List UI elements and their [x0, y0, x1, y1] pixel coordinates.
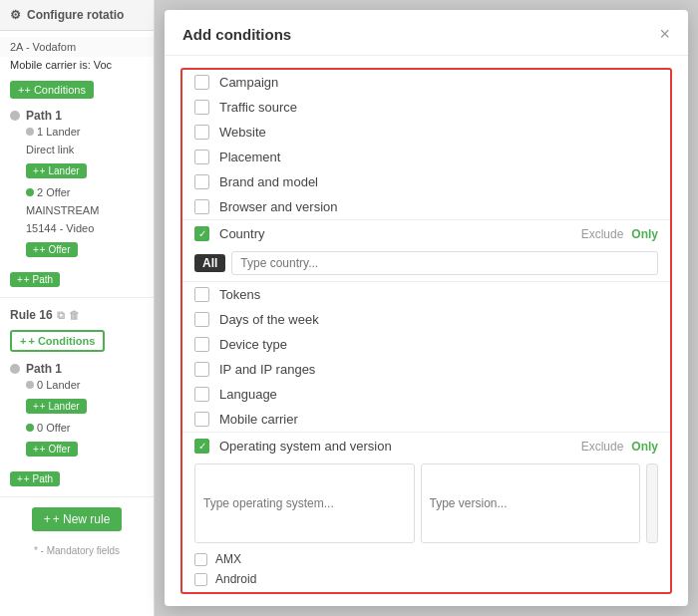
country-section: ✓ Country Exclude Only All — [182, 219, 670, 282]
checkbox-brand_model[interactable] — [194, 174, 209, 189]
lander-count-2: 0 Lander — [10, 376, 144, 394]
plus-icon-8: + — [17, 473, 23, 484]
os-only-button[interactable]: Only — [631, 440, 658, 454]
rule-16-header: Rule 16 ⧉ 🗑 — [0, 304, 154, 326]
delete-icon[interactable]: 🗑 — [69, 309, 80, 321]
modal-body: Campaign Traffic source Website Placemen… — [165, 56, 688, 606]
conditions-list: Campaign Traffic source Website Placemen… — [180, 68, 672, 594]
plus-icon-5: + — [20, 335, 26, 347]
new-rule-button[interactable]: + + New rule — [32, 507, 123, 531]
lander-btn-1[interactable]: + + Lander — [10, 158, 144, 183]
path-add-button-1[interactable]: + + Path — [10, 272, 60, 287]
middle-conditions-group: Tokens Days of the week Device type IP a… — [182, 282, 670, 432]
os-option-label: Android — [215, 572, 256, 586]
all-badge: All — [194, 254, 225, 272]
os-option-asha-platform[interactable]: Asha platform — [194, 589, 658, 594]
condition-label-brand_model: Brand and model — [219, 174, 318, 189]
condition-label-campaign: Campaign — [219, 75, 278, 90]
os-inputs-row — [182, 460, 670, 547]
condition-item-tokens[interactable]: Tokens — [182, 282, 670, 307]
checkbox-traffic_source[interactable] — [194, 100, 209, 115]
os-option-android[interactable]: Android — [194, 569, 658, 589]
offer-add-button[interactable]: + + Offer — [26, 242, 78, 257]
country-label: Country — [219, 226, 581, 241]
country-header: ✓ Country Exclude Only — [182, 220, 670, 247]
plus-icon-7: + — [33, 444, 39, 455]
country-input[interactable] — [231, 251, 658, 275]
direct-link-label: Direct link — [10, 141, 144, 158]
offer-label: MAINSTREAM — [10, 201, 144, 219]
os-checkbox-Asha platform[interactable] — [194, 593, 207, 595]
os-label: Operating system and version — [219, 439, 581, 454]
os-option-amx[interactable]: AMX — [194, 549, 658, 569]
carrier-label: Mobile carrier is: Voc — [0, 57, 154, 77]
plus-icon-2: + — [33, 165, 39, 176]
offer-add-button-2[interactable]: + + Offer — [26, 442, 78, 457]
condition-item-brand_model[interactable]: Brand and model — [182, 169, 670, 194]
checkbox-ip_ranges[interactable] — [194, 362, 209, 377]
modal-overlay: Add conditions × Campaign Traffic source… — [155, 0, 698, 616]
condition-label-device_type: Device type — [219, 337, 287, 352]
os-option-label: AMX — [215, 552, 241, 566]
lander-count: 1 Lander — [10, 123, 144, 141]
exclude-label: Exclude — [581, 227, 624, 241]
modal-close-button[interactable]: × — [659, 24, 670, 45]
offer-count: 2 Offer — [10, 183, 144, 201]
condition-label-language: Language — [219, 387, 277, 402]
offer-sub: 15144 - Video — [10, 219, 144, 237]
checkbox-website[interactable] — [194, 125, 209, 140]
condition-item-ip_ranges[interactable]: IP and IP ranges — [182, 357, 670, 382]
condition-item-mobile_carrier[interactable]: Mobile carrier — [182, 407, 670, 432]
condition-label-tokens: Tokens — [219, 287, 260, 302]
add-conditions-modal: Add conditions × Campaign Traffic source… — [165, 10, 688, 606]
condition-item-campaign[interactable]: Campaign — [182, 70, 670, 95]
sidebar-header: ⚙ Configure rotatio — [0, 0, 154, 31]
lander-add-button-2[interactable]: + + Lander — [26, 399, 87, 414]
offer-dot — [26, 188, 34, 196]
top-conditions-group: Campaign Traffic source Website Placemen… — [182, 70, 670, 219]
condition-item-language[interactable]: Language — [182, 382, 670, 407]
condition-item-days_week[interactable]: Days of the week — [182, 307, 670, 332]
only-button[interactable]: Only — [631, 227, 658, 241]
condition-item-browser_version[interactable]: Browser and version — [182, 194, 670, 219]
offer-btn-1[interactable]: + + Offer — [10, 237, 144, 262]
path-dot — [10, 111, 20, 121]
offer-count-2: 0 Offer — [10, 419, 144, 437]
os-checkbox-AMX[interactable] — [194, 553, 207, 566]
checkbox-placement[interactable] — [194, 150, 209, 164]
version-search-input[interactable] — [421, 463, 641, 543]
offer-dot-2 — [26, 424, 34, 432]
checkbox-mobile_carrier[interactable] — [194, 412, 209, 427]
os-exclude-label: Exclude — [581, 440, 624, 454]
plus-icon-4: + — [17, 274, 23, 285]
copy-icon[interactable]: ⧉ — [57, 309, 65, 322]
path-dot-4 — [26, 381, 34, 389]
checkbox-browser_version[interactable] — [194, 199, 209, 214]
conditions-button-2[interactable]: + + Conditions — [10, 330, 105, 352]
condition-item-device_type[interactable]: Device type — [182, 332, 670, 357]
os-search-input[interactable] — [194, 463, 415, 543]
checkbox-campaign[interactable] — [194, 75, 209, 90]
os-options-list: AMX Android Asha platform Bada — [182, 547, 670, 594]
condition-item-traffic_source[interactable]: Traffic source — [182, 95, 670, 120]
condition-item-placement[interactable]: Placement — [182, 145, 670, 169]
condition-label-ip_ranges: IP and IP ranges — [219, 362, 315, 377]
checkbox-device_type[interactable] — [194, 337, 209, 352]
lander-add-button[interactable]: + + Lander — [26, 163, 87, 178]
os-checkbox-Android[interactable] — [194, 573, 207, 586]
modal-header: Add conditions × — [165, 10, 688, 56]
checkbox-days_week[interactable] — [194, 312, 209, 327]
path-1-label: Path 1 — [10, 109, 144, 123]
path-2-label: Path 1 — [10, 362, 144, 376]
condition-label-website: Website — [219, 125, 266, 140]
condition-item-website[interactable]: Website — [182, 120, 670, 145]
condition-label-placement: Placement — [219, 150, 280, 164]
scrollbar — [646, 463, 658, 543]
country-checkbox[interactable]: ✓ — [194, 226, 209, 241]
os-checkbox[interactable]: ✓ — [194, 439, 209, 454]
os-section: ✓ Operating system and version Exclude O… — [182, 432, 670, 594]
checkbox-language[interactable] — [194, 387, 209, 402]
checkbox-tokens[interactable] — [194, 287, 209, 302]
conditions-button-1[interactable]: + + Conditions — [10, 81, 94, 99]
path-add-button-2[interactable]: + + Path — [10, 471, 60, 486]
